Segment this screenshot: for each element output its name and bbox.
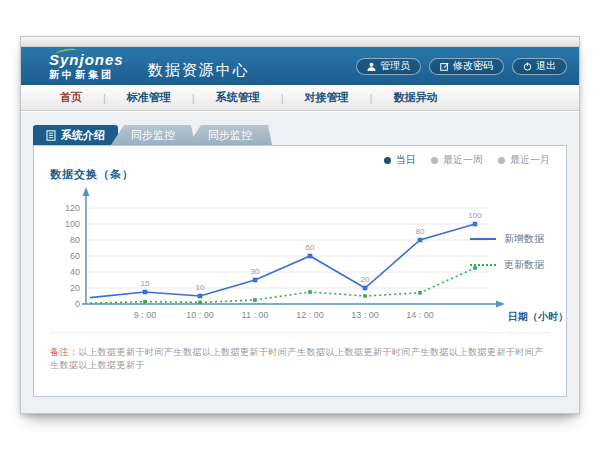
radio-label: 最近一月 xyxy=(510,153,550,167)
radio-dot-icon xyxy=(384,157,391,164)
footnote: 备注：以上数据更新于时间产生数据以上数据更新于时间产生数据以上数据更新于时间产生… xyxy=(50,332,550,372)
y-tick-label: 40 xyxy=(70,267,80,277)
radio-dot-icon xyxy=(498,157,505,164)
data-point xyxy=(198,294,203,299)
header: Synjones 新中新集团 数据资源中心 管理员 修改密码 退出 xyxy=(21,47,579,85)
data-point xyxy=(473,222,478,227)
main-panel: 当日最近一周最近一月 数据交换（条） 0204060801001209 : 00… xyxy=(33,145,567,397)
nav-item-4[interactable]: 对接管理 xyxy=(284,90,370,105)
page-title: 数据资源中心 xyxy=(148,53,250,80)
tab-3[interactable]: 同步监控 xyxy=(188,125,272,145)
logo-company-text: 新中新集团 xyxy=(49,70,124,80)
radio-2[interactable]: 最近一周 xyxy=(431,153,483,167)
x-tick-label: 13 : 00 xyxy=(351,310,379,320)
y-tick-label: 60 xyxy=(70,251,80,261)
data-point xyxy=(418,291,422,295)
radio-dot-icon xyxy=(431,157,438,164)
nav-item-1[interactable]: 首页 xyxy=(39,90,103,105)
change-password-button[interactable]: 修改密码 xyxy=(429,58,504,75)
y-tick-label: 120 xyxy=(65,203,80,213)
data-point xyxy=(143,290,148,295)
data-point xyxy=(363,294,367,298)
y-tick-label: 20 xyxy=(70,283,80,293)
document-icon xyxy=(46,130,56,141)
data-point-label: 20 xyxy=(361,275,370,284)
time-range-radios: 当日最近一周最近一月 xyxy=(384,153,550,167)
logout-button[interactable]: 退出 xyxy=(512,58,567,75)
chart-y-axis-title: 数据交换（条） xyxy=(50,167,134,182)
legend-item-2[interactable]: 更新数据 xyxy=(470,258,544,272)
x-tick-label: 12 : 00 xyxy=(296,310,324,320)
x-tick-label: 11 : 00 xyxy=(242,310,269,320)
radio-label: 最近一周 xyxy=(443,153,483,167)
data-point xyxy=(363,286,368,291)
data-point-label: 15 xyxy=(141,279,150,288)
legend-label: 更新数据 xyxy=(504,258,544,272)
main-nav: 首页|标准管理|系统管理|对接管理|数据异动 xyxy=(21,85,579,111)
data-point xyxy=(253,298,257,302)
data-point xyxy=(253,278,258,283)
data-point xyxy=(198,301,202,305)
user-button-label: 管理员 xyxy=(380,59,410,73)
legend-item-1[interactable]: 新增数据 xyxy=(470,232,544,246)
x-axis-title: 日期（小时） xyxy=(508,311,568,322)
radio-label: 当日 xyxy=(396,153,416,167)
y-axis-arrow-icon xyxy=(83,187,90,196)
data-point-label: 60 xyxy=(306,243,315,252)
app-window: Synjones 新中新集团 数据资源中心 管理员 修改密码 退出 首页|标准管… xyxy=(20,36,580,414)
legend-swatch-icon xyxy=(470,264,496,266)
header-buttons: 管理员 修改密码 退出 xyxy=(356,58,567,75)
tab-2[interactable]: 同步监控 xyxy=(111,125,195,145)
logo: Synjones 新中新集团 xyxy=(49,52,124,80)
chart-legend: 新增数据更新数据 xyxy=(470,232,544,272)
change-password-label: 修改密码 xyxy=(453,59,493,73)
content-area: 系统介绍同步监控同步监控 当日最近一周最近一月 数据交换（条） 02040608… xyxy=(21,112,579,413)
footnote-text: 以上数据更新于时间产生数据以上数据更新于时间产生数据以上数据更新于时间产生数据以… xyxy=(50,347,544,370)
legend-swatch-icon xyxy=(470,238,496,240)
edit-icon xyxy=(440,62,449,71)
x-tick-label: 9 : 00 xyxy=(134,310,157,320)
logout-button-label: 退出 xyxy=(536,59,556,73)
y-tick-label: 80 xyxy=(70,235,80,245)
nav-item-3[interactable]: 系统管理 xyxy=(195,90,281,105)
data-point-label: 80 xyxy=(416,227,425,236)
nav-item-2[interactable]: 标准管理 xyxy=(106,90,192,105)
y-tick-label: 100 xyxy=(65,219,80,229)
data-point xyxy=(308,290,312,294)
x-tick-label: 10 : 00 xyxy=(186,310,214,320)
y-tick-label: 0 xyxy=(75,299,80,309)
data-point-label: 100 xyxy=(468,211,482,220)
radio-1[interactable]: 当日 xyxy=(384,153,416,167)
legend-label: 新增数据 xyxy=(504,232,544,246)
x-tick-label: 14 : 00 xyxy=(406,310,434,320)
nav-item-5[interactable]: 数据异动 xyxy=(372,90,458,105)
data-point-label: 10 xyxy=(196,283,205,292)
data-point-label: 30 xyxy=(251,267,260,276)
power-icon xyxy=(523,62,532,71)
tab-1[interactable]: 系统介绍 xyxy=(33,125,118,145)
user-button[interactable]: 管理员 xyxy=(356,58,421,75)
user-icon xyxy=(367,62,376,71)
footnote-label: 备注： xyxy=(50,347,79,357)
tab-label: 同步监控 xyxy=(208,128,252,143)
data-point xyxy=(308,254,313,259)
data-point xyxy=(418,238,423,243)
window-top-strip xyxy=(21,37,579,47)
radio-3[interactable]: 最近一月 xyxy=(498,153,550,167)
tab-label: 系统介绍 xyxy=(61,128,105,143)
tab-bar: 系统介绍同步监控同步监控 xyxy=(33,125,569,145)
data-point xyxy=(143,300,147,304)
tab-label: 同步监控 xyxy=(131,128,175,143)
x-axis-arrow-icon xyxy=(496,301,505,308)
